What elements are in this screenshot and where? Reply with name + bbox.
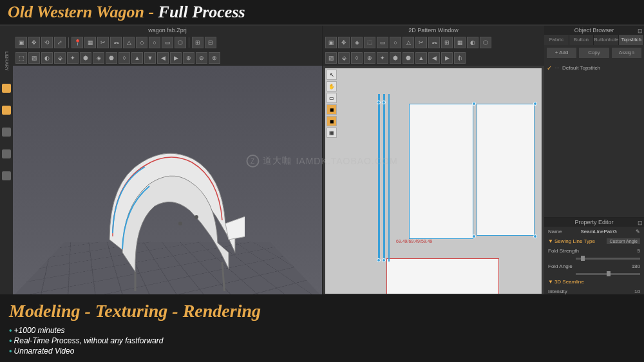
- intensity-value[interactable]: 10: [634, 289, 640, 294]
- pt-hand-icon[interactable]: ✋: [327, 81, 337, 91]
- tool2-d-icon[interactable]: ⬙: [54, 52, 66, 64]
- fold-strength-slider[interactable]: [576, 258, 640, 260]
- tool-rotate-icon[interactable]: ⟲: [41, 37, 53, 48]
- tab-buttonhole[interactable]: Buttonhole: [594, 35, 619, 45]
- tool-sew-icon[interactable]: ⫘: [110, 37, 122, 48]
- fold-angle-value[interactable]: 180: [632, 263, 640, 269]
- tool2-p-icon[interactable]: ⊗: [209, 52, 220, 64]
- pt-fill2-icon[interactable]: ◼: [327, 116, 337, 126]
- tool-e-icon[interactable]: ⬡: [175, 37, 186, 48]
- tool-mesh-icon[interactable]: ▦: [84, 37, 96, 48]
- tool-select-icon[interactable]: ▣: [15, 37, 27, 48]
- tool-cut-icon[interactable]: ✂: [97, 37, 109, 48]
- tool2-m-icon[interactable]: ▶: [170, 52, 182, 64]
- seam-line-3[interactable]: [388, 94, 390, 262]
- tool2-i-icon[interactable]: ◊: [118, 52, 130, 64]
- anchor-3[interactable]: [472, 102, 476, 106]
- sewing-dropdown[interactable]: Custom Angle: [607, 238, 640, 244]
- seamline-section[interactable]: ▼ 3D Seamline: [544, 277, 644, 287]
- tool2-n-icon[interactable]: ⊕: [183, 52, 194, 64]
- tool2-j-icon[interactable]: ▲: [131, 52, 143, 64]
- anchor-8[interactable]: [382, 258, 386, 262]
- tool2-l-icon[interactable]: ◀: [157, 52, 169, 64]
- p2-tool-c-icon[interactable]: ◊: [351, 52, 363, 64]
- sewing-section[interactable]: ▼ Sewing Line Type Custom Angle: [544, 236, 644, 246]
- tool-b-icon[interactable]: ◇: [136, 37, 147, 48]
- slider-thumb-2[interactable]: [607, 271, 611, 276]
- tool2-g-icon[interactable]: ◈: [93, 52, 104, 64]
- pattern-2d-canvas[interactable]: ↖ ✋ ▭ ◼ ◼ ▦: [325, 68, 542, 294]
- p2-tool-d-icon[interactable]: ⊕: [364, 52, 375, 64]
- pattern-piece-1[interactable]: [409, 104, 473, 239]
- p-tool-m-icon[interactable]: ⬡: [480, 37, 491, 48]
- sidebar-icon-2[interactable]: [2, 106, 11, 115]
- assign-button[interactable]: Assign: [612, 48, 641, 58]
- viewport-3d-canvas[interactable]: [13, 66, 322, 296]
- anchor-2[interactable]: [382, 100, 386, 104]
- tool2-h-icon[interactable]: ⬣: [106, 52, 117, 64]
- fold-strength-value[interactable]: 5: [638, 248, 640, 254]
- p-tool-a-icon[interactable]: ▣: [325, 37, 337, 48]
- tab-topstitch[interactable]: Topstitch: [619, 35, 644, 45]
- add-button[interactable]: + Add: [547, 48, 576, 58]
- anchor-7[interactable]: [377, 258, 381, 262]
- p-tool-l-icon[interactable]: ◐: [467, 37, 478, 48]
- tool2-b-icon[interactable]: ▨: [28, 52, 40, 64]
- close-icon[interactable]: ⊡: [638, 26, 643, 35]
- tool2-f-icon[interactable]: ⬢: [80, 52, 91, 64]
- sidebar-icon-5[interactable]: [2, 171, 11, 180]
- p-tool-d-icon[interactable]: ⬚: [364, 37, 375, 48]
- p2-tool-j-icon[interactable]: ▶: [441, 52, 453, 64]
- tool-pin-icon[interactable]: 📍: [71, 37, 83, 48]
- prop-name-value[interactable]: SeamLinePairG: [580, 229, 616, 234]
- p-tool-g-icon[interactable]: △: [402, 37, 414, 48]
- tool2-e-icon[interactable]: ✦: [67, 52, 79, 64]
- edit-icon[interactable]: ✎: [636, 229, 640, 234]
- p2-tool-e-icon[interactable]: ✦: [377, 52, 388, 64]
- list-item-default[interactable]: ✓ ⋯ Default Topstitch: [547, 63, 641, 73]
- p2-tool-a-icon[interactable]: ▨: [325, 52, 337, 64]
- p-tool-i-icon[interactable]: ⫘: [428, 37, 440, 48]
- pattern-piece-3[interactable]: [386, 258, 499, 294]
- tab-fabric[interactable]: Fabric: [544, 35, 569, 45]
- tool-f-icon[interactable]: ⊞: [192, 37, 204, 48]
- p-tool-b-icon[interactable]: ✥: [338, 37, 350, 48]
- prop-close-icon[interactable]: ⊡: [638, 218, 643, 227]
- p-tool-e-icon[interactable]: ▭: [377, 37, 388, 48]
- tool2-k-icon[interactable]: ▼: [144, 52, 156, 64]
- p-tool-c-icon[interactable]: ◈: [351, 37, 363, 48]
- anchor-6[interactable]: [533, 234, 537, 238]
- tool-move-icon[interactable]: ✥: [28, 37, 40, 48]
- p2-tool-f-icon[interactable]: ⬢: [390, 52, 401, 64]
- p-tool-f-icon[interactable]: ○: [390, 37, 401, 48]
- slider-thumb[interactable]: [581, 256, 585, 261]
- pt-grid-icon[interactable]: ▦: [327, 128, 337, 138]
- tool-g-icon[interactable]: ⊟: [205, 37, 216, 48]
- seam-line-1[interactable]: [378, 94, 380, 262]
- p2-tool-i-icon[interactable]: ◀: [428, 52, 440, 64]
- sidebar-icon-1[interactable]: [2, 84, 11, 93]
- fold-angle-slider[interactable]: [576, 273, 640, 275]
- p-tool-h-icon[interactable]: ✂: [415, 37, 427, 48]
- tool-c-icon[interactable]: ○: [149, 37, 160, 48]
- pt-box-icon[interactable]: ▭: [327, 93, 337, 103]
- p-tool-k-icon[interactable]: ▦: [454, 37, 466, 48]
- sidebar-tab-library[interactable]: LIBRARY: [5, 52, 9, 71]
- tab-button[interactable]: Button: [569, 35, 594, 45]
- sidebar-icon-3[interactable]: [2, 128, 11, 137]
- sidebar-icon-4[interactable]: [2, 149, 11, 158]
- p2-tool-g-icon[interactable]: ⬣: [402, 52, 414, 64]
- seam-line-2[interactable]: [383, 94, 385, 262]
- tool2-o-icon[interactable]: ⊖: [196, 52, 207, 64]
- tool-a-icon[interactable]: △: [123, 37, 135, 48]
- copy-button[interactable]: Copy: [579, 48, 609, 58]
- anchor-4[interactable]: [533, 102, 537, 106]
- pt-fill-icon[interactable]: ◼: [327, 104, 337, 115]
- tool2-a-icon[interactable]: ⬚: [15, 52, 27, 64]
- tool-d-icon[interactable]: ▭: [162, 37, 173, 48]
- anchor-5[interactable]: [472, 234, 476, 238]
- p-tool-j-icon[interactable]: ⊞: [441, 37, 453, 48]
- p2-tool-b-icon[interactable]: ⬙: [338, 52, 350, 64]
- pattern-piece-2[interactable]: [477, 104, 535, 236]
- tool2-c-icon[interactable]: ◐: [41, 52, 53, 64]
